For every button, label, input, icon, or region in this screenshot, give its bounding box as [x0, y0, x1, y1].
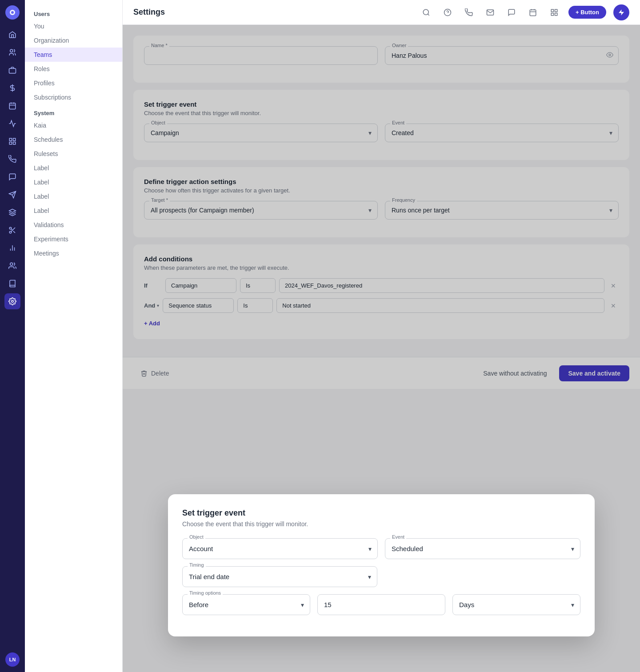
sidebar-item-label3[interactable]: Label [25, 189, 122, 204]
search-icon[interactable] [419, 5, 433, 20]
svg-point-24 [10, 263, 13, 265]
svg-rect-11 [9, 142, 12, 144]
sidebar-item-experiments[interactable]: Experiments [25, 232, 122, 246]
svg-rect-34 [551, 9, 553, 12]
modal-timing-select[interactable]: Trial end date [182, 566, 377, 587]
sidebar: Users You Organization Teams Roles Profi… [25, 0, 123, 672]
svg-rect-36 [551, 13, 553, 15]
svg-point-2 [10, 49, 13, 52]
nav-dollar-icon[interactable] [4, 80, 20, 96]
svg-rect-3 [9, 68, 16, 73]
sidebar-item-label2[interactable]: Label [25, 175, 122, 189]
modal-desc: Choose the event that this trigger will … [182, 520, 580, 528]
nav-layers-icon[interactable] [4, 204, 20, 220]
modal-object-label: Object [188, 534, 205, 540]
nav-scissors-icon[interactable] [4, 222, 20, 238]
modal-event-group: Event Scheduled [385, 538, 580, 559]
nav-home-icon[interactable] [4, 27, 20, 43]
sidebar-item-roles[interactable]: Roles [25, 62, 122, 76]
svg-rect-37 [555, 13, 557, 15]
sidebar-item-meetings[interactable]: Meetings [25, 246, 122, 260]
help-icon[interactable] [440, 5, 455, 20]
sidebar-item-label1[interactable]: Label [25, 161, 122, 175]
sidebar-item-profiles[interactable]: Profiles [25, 76, 122, 90]
modal-object-select[interactable]: Account [182, 538, 378, 559]
bolt-button[interactable] [613, 4, 629, 20]
grid-icon[interactable] [547, 5, 561, 20]
calendar-icon[interactable] [526, 5, 540, 20]
sidebar-item-rulesets[interactable]: Rulesets [25, 147, 122, 161]
sidebar-item-subscriptions[interactable]: Subscriptions [25, 90, 122, 104]
user-avatar[interactable]: LN [5, 652, 20, 667]
svg-point-25 [12, 300, 14, 303]
modal-timing-row: Timing Trial end date [182, 566, 377, 587]
sidebar-system-header: System [25, 104, 122, 118]
nav-send-icon[interactable] [4, 187, 20, 203]
set-trigger-modal: Set trigger event Choose the event that … [168, 494, 595, 636]
sidebar-item-you[interactable]: You [25, 19, 122, 33]
chat-icon[interactable] [504, 5, 519, 20]
plus-button[interactable]: + Button [568, 6, 606, 19]
sidebar-item-validations[interactable]: Validations [25, 218, 122, 232]
svg-rect-12 [13, 142, 16, 144]
modal-timing-group: Timing Trial end date [182, 566, 377, 587]
modal-timing-options-label: Timing options [188, 590, 223, 596]
page-title: Settings [133, 8, 165, 17]
sidebar-users-header: Users [25, 7, 122, 19]
page-header: Settings + Button [123, 0, 640, 25]
nav-grid-icon[interactable] [4, 133, 20, 149]
sidebar-item-organization[interactable]: Organization [25, 33, 122, 48]
modal-unit-group: Days [452, 594, 580, 615]
modal-event-label: Event [390, 534, 406, 540]
modal-object-event-row: Object Account Event Scheduled [182, 538, 580, 559]
svg-point-17 [9, 231, 12, 233]
svg-line-27 [428, 14, 429, 15]
svg-rect-10 [13, 138, 16, 140]
mail-icon[interactable] [483, 5, 497, 20]
svg-line-19 [13, 231, 15, 233]
svg-rect-35 [555, 9, 557, 12]
modal-unit-select[interactable]: Days [452, 594, 580, 615]
svg-point-1 [11, 11, 14, 14]
modal-title: Set trigger event [182, 508, 580, 518]
nav-rail: LN [0, 0, 25, 672]
nav-activity-icon[interactable] [4, 116, 20, 132]
nav-calendar-icon[interactable] [4, 98, 20, 114]
modal-event-select[interactable]: Scheduled [385, 538, 580, 559]
nav-people-icon[interactable] [4, 258, 20, 274]
modal-number-group [317, 594, 445, 615]
svg-point-16 [9, 227, 12, 229]
svg-rect-30 [530, 10, 536, 16]
sidebar-item-kaia[interactable]: Kaia [25, 118, 122, 132]
svg-marker-15 [9, 209, 16, 213]
svg-rect-9 [9, 138, 12, 140]
sidebar-item-teams[interactable]: Teams [25, 48, 122, 62]
app-logo[interactable] [5, 5, 20, 20]
sidebar-item-label4[interactable]: Label [25, 204, 122, 218]
nav-book-icon[interactable] [4, 276, 20, 292]
nav-chat-icon[interactable] [4, 169, 20, 185]
modal-timing-label: Timing [188, 562, 206, 568]
modal-before-select[interactable]: Before [182, 594, 310, 615]
nav-phone-icon[interactable] [4, 151, 20, 167]
svg-line-20 [11, 229, 12, 230]
nav-settings-icon[interactable] [4, 293, 20, 309]
svg-point-26 [423, 9, 428, 15]
phone-icon[interactable] [462, 5, 476, 20]
modal-before-group: Timing options Before [182, 594, 310, 615]
nav-users-icon[interactable] [4, 44, 20, 60]
main-content: Name * Owner Set trig [123, 25, 640, 672]
sidebar-item-schedules[interactable]: Schedules [25, 132, 122, 147]
nav-briefcase-icon[interactable] [4, 62, 20, 78]
modal-object-group: Object Account [182, 538, 378, 559]
modal-number-input[interactable] [317, 594, 445, 615]
modal-timing-options-row: Timing options Before Days [182, 594, 580, 615]
svg-marker-38 [619, 9, 624, 15]
svg-rect-5 [9, 103, 16, 109]
nav-bar-chart-icon[interactable] [4, 240, 20, 256]
